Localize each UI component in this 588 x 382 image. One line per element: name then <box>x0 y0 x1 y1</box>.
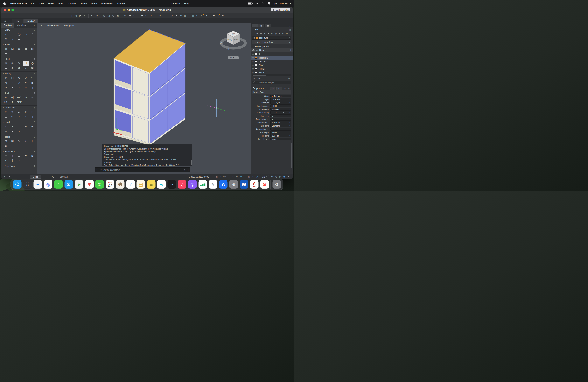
gear-icon[interactable]: ⚙ <box>33 165 35 167</box>
mail[interactable]: ✉ <box>64 180 73 189</box>
menu-item[interactable]: Insert <box>56 2 66 5</box>
sync-attributes-tool[interactable]: ↺ <box>16 66 22 71</box>
property-value[interactable]: 1.000 ⌖ ▾ <box>271 105 292 107</box>
compass-south-label[interactable]: S <box>228 48 229 50</box>
tab-overview-icon[interactable]: ⌗ <box>3 19 7 23</box>
menu-item[interactable]: Edit <box>37 2 46 5</box>
current-layer-row[interactable]: ● cobertura ▾ <box>252 36 292 40</box>
menu-clock[interactable]: qui. 27/11 15:15 <box>273 2 291 5</box>
erase-tool[interactable]: ✕ <box>9 85 16 90</box>
property-value[interactable]: ByLa... ⌖ ▾ <box>271 101 292 104</box>
autocad[interactable]: A CAD <box>250 180 259 189</box>
user-account-chip[interactable]: Marta Labella <box>271 8 290 11</box>
layers-palette-tab[interactable]: ≣ <box>252 24 258 27</box>
delete-layer-icon[interactable]: ⊖ <box>259 32 263 35</box>
freeform[interactable]: ∿ <box>157 180 166 189</box>
command-history-scrollbar[interactable] <box>191 160 192 165</box>
property-extra-button[interactable]: ⌖ <box>283 111 284 114</box>
dim-continue-tool[interactable]: ⇥ <box>16 114 22 119</box>
solid-hatch-tool[interactable]: ▦ <box>16 46 22 51</box>
chevron-down-icon[interactable]: ▾ <box>289 95 290 97</box>
coincident-constraint-tool[interactable]: ≐ <box>22 153 29 158</box>
unisolate-layer-icon[interactable]: ◎ <box>274 32 277 35</box>
define-attribute-tool[interactable]: @ <box>29 61 36 66</box>
plot-preview-icon[interactable]: ◱ <box>107 14 111 18</box>
layer-list-icon[interactable]: ≣ <box>221 14 225 18</box>
text-align-tool[interactable]: ≡ <box>29 95 36 100</box>
workspace-switching-icon[interactable]: ⚙ <box>270 175 274 179</box>
infer-constraints-icon[interactable]: ⊿ <box>219 175 222 179</box>
disclosure-triangle-icon[interactable]: ▾ <box>3 43 4 45</box>
annotation-monitor-icon[interactable]: ◎ <box>274 175 278 179</box>
property-value[interactable]: ByColor ⌖ ▾ <box>271 134 292 137</box>
section-header[interactable]: ▾ Table ⚙ <box>1 135 37 139</box>
explode-tool[interactable]: ✳ <box>16 85 22 90</box>
send-icon[interactable]: ➤ <box>174 14 178 18</box>
dock-panel-icon[interactable]: ▥ <box>289 28 291 31</box>
new-layer-icon[interactable]: ⊕ <box>256 32 259 35</box>
messages[interactable]: ❝ <box>54 180 63 189</box>
gear-icon[interactable]: ⚙ <box>33 136 35 138</box>
layer-list-hscrollbar[interactable] <box>252 74 292 76</box>
property-value[interactable]: Standard ⌖ ▾ <box>271 121 292 124</box>
layer-color-swatch[interactable] <box>255 64 257 66</box>
property-value[interactable]: rd ⌖ ▾ <box>271 118 292 121</box>
gear-icon[interactable]: ⚙ <box>33 121 35 124</box>
markup-icon[interactable]: ✎ <box>200 14 204 18</box>
hatch-tool[interactable]: ▨ <box>2 46 9 51</box>
isolate-objects-icon[interactable]: ◉ <box>283 175 286 179</box>
chevron-down-icon[interactable]: ▾ <box>289 122 290 124</box>
group-icon[interactable]: ⊞ <box>158 14 162 18</box>
formula-tool[interactable]: ƒ <box>29 139 36 144</box>
layout-tab[interactable]: Model <box>30 175 41 179</box>
layer-on-icon[interactable]: ○ <box>252 53 254 55</box>
multileader-tool[interactable]: ↖ <box>2 124 9 129</box>
chamfer-tool[interactable]: ◿ <box>16 80 22 85</box>
insert-block-tool[interactable]: ⊞ <box>2 61 9 66</box>
dim-center-tool[interactable]: ⌖ <box>22 114 29 119</box>
dim-radius-tool[interactable]: ⌀ <box>22 109 29 114</box>
new-group-filter-icon[interactable]: ⊞ <box>258 77 261 80</box>
menu-app-name[interactable]: AutoCAD 2025 <box>10 2 27 5</box>
add-leader-tool[interactable]: ↗ <box>9 124 16 129</box>
filter-all-button[interactable]: All <box>270 87 275 90</box>
attach-reference-icon[interactable]: ⊕ <box>170 14 174 18</box>
layer-row[interactable]: ○ Piso 1 <box>251 63 293 67</box>
chevron-down-icon[interactable]: ▾ <box>289 115 290 117</box>
layout-tab[interactable]: + <box>42 175 48 178</box>
section-header[interactable]: ▾ Hatch ⚙ <box>1 42 37 46</box>
layer-on-icon[interactable]: ○ <box>252 57 254 59</box>
lock-constraint-tool[interactable]: ⊠ <box>29 153 36 158</box>
chevron-down-icon[interactable]: ▾ <box>289 37 290 39</box>
property-value[interactable]: cobertura ⌖ ▾ <box>271 98 292 101</box>
annotation-scale-dropdown[interactable]: 1:1 ▾ <box>261 175 269 178</box>
menu-item[interactable]: Window <box>169 2 182 5</box>
array-tool[interactable]: ⠿ <box>22 80 29 85</box>
arc-tool[interactable]: ◠ <box>29 32 36 37</box>
customize-icon[interactable]: ☰ <box>287 175 290 179</box>
pan-icon[interactable]: ✥ <box>128 14 132 18</box>
hatch-edit-tool[interactable]: ▧ <box>29 46 36 51</box>
section-header[interactable]: ▾ Leader ⚙ <box>1 120 37 124</box>
leader-arrow-tool[interactable]: ➤ <box>9 129 16 134</box>
chevron-down-icon[interactable]: ▾ <box>289 108 290 110</box>
disclosure-triangle-icon[interactable]: ▾ <box>3 165 4 167</box>
layer-folder-icon[interactable]: ▱ <box>263 77 266 80</box>
apple-menu-icon[interactable] <box>3 2 6 5</box>
new-file-icon[interactable]: ▯ <box>69 14 73 18</box>
freeze-layer-icon[interactable]: ❄ <box>263 32 266 35</box>
share-icon[interactable]: ⇗ <box>204 14 208 18</box>
quick-select-icon[interactable]: ⊞ <box>283 87 286 90</box>
word[interactable]: W <box>240 180 248 189</box>
property-value[interactable]: rd ⌖ ▾ <box>271 114 292 117</box>
export-pdf-icon[interactable]: ⎘ <box>116 14 120 18</box>
dim-linear-tool[interactable]: ↔ <box>2 109 9 114</box>
chevron-down-icon[interactable]: ▾ <box>289 125 290 127</box>
gear-icon[interactable]: ⚙ <box>33 43 35 46</box>
snap-mode-icon[interactable]: ▦ <box>215 175 218 179</box>
s-app[interactable]: S <box>260 180 269 189</box>
layer-states-palette-tab[interactable]: ▤ <box>258 24 264 27</box>
wcs-dropdown[interactable]: WCS ⌄ <box>228 56 239 59</box>
isometric-drafting-icon[interactable]: ◇ <box>235 175 239 179</box>
manage-attributes-tool[interactable]: ≔ <box>2 66 9 71</box>
